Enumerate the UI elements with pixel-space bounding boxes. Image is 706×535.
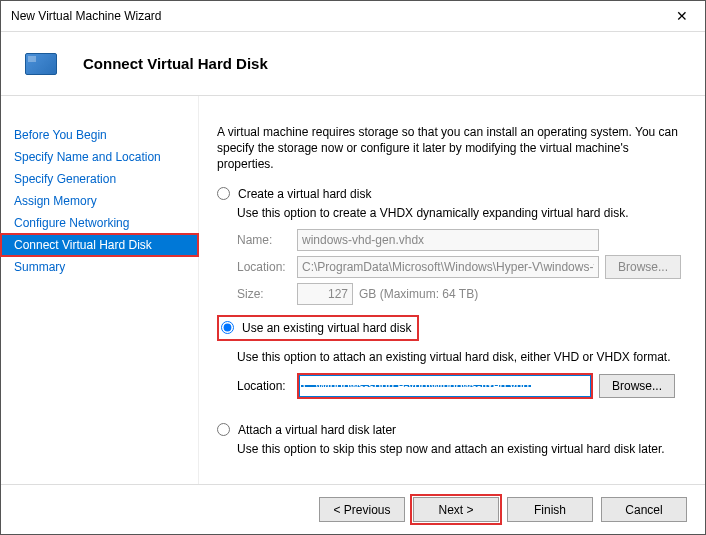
option-later-desc: Use this option to skip this step now an…	[237, 441, 683, 457]
titlebar: New Virtual Machine Wizard ✕	[1, 1, 705, 32]
sidebar-item-specify-name[interactable]: Specify Name and Location	[1, 146, 198, 168]
name-label: Name:	[237, 233, 297, 247]
finish-button[interactable]: Finish	[507, 497, 593, 522]
sidebar-item-assign-memory[interactable]: Assign Memory	[1, 190, 198, 212]
wizard-window: New Virtual Machine Wizard ✕ Connect Vir…	[0, 0, 706, 535]
create-vhd-form: Name: Location: Browse... Size: GB (Maxi…	[237, 229, 683, 305]
sidebar-item-before-you-begin[interactable]: Before You Begin	[1, 124, 198, 146]
existing-vhd-form: Location: C:\windows-source-vhd\windows-…	[237, 373, 683, 399]
previous-button[interactable]: < Previous	[319, 497, 405, 522]
sidebar: Before You Begin Specify Name and Locati…	[1, 96, 199, 484]
intro-text: A virtual machine requires storage so th…	[217, 124, 683, 173]
sidebar-item-connect-vhd[interactable]: Connect Virtual Hard Disk	[1, 234, 198, 256]
radio-create-vhd-label: Create a virtual hard disk	[238, 187, 371, 201]
location-label-1: Location:	[237, 260, 297, 274]
main-content: A virtual machine requires storage so th…	[199, 96, 705, 484]
option-create-row: Create a virtual hard disk	[217, 187, 683, 201]
sidebar-item-configure-networking[interactable]: Configure Networking	[1, 212, 198, 234]
option-existing-desc: Use this option to attach an existing vi…	[237, 349, 683, 365]
location-input-2[interactable]: C:\windows-source-vhd\windows-fixed.vhd	[299, 375, 591, 397]
cancel-button[interactable]: Cancel	[601, 497, 687, 522]
close-button[interactable]: ✕	[659, 1, 705, 31]
highlight-location-input: C:\windows-source-vhd\windows-fixed.vhd	[297, 373, 593, 399]
size-label: Size:	[237, 287, 297, 301]
size-suffix: GB (Maximum: 64 TB)	[359, 287, 478, 301]
body: Before You Begin Specify Name and Locati…	[1, 96, 705, 484]
location-input-2-value: C:\windows-source-vhd\windows-fixed.vhd	[301, 385, 531, 387]
browse-button-1: Browse...	[605, 255, 681, 279]
next-button[interactable]: Next >	[413, 497, 499, 522]
sidebar-item-specify-generation[interactable]: Specify Generation	[1, 168, 198, 190]
vm-icon	[25, 53, 57, 75]
option-later-row: Attach a virtual hard disk later	[217, 423, 683, 437]
window-title: New Virtual Machine Wizard	[11, 9, 162, 23]
browse-button-2[interactable]: Browse...	[599, 374, 675, 398]
location-input-1	[297, 256, 599, 278]
name-input	[297, 229, 599, 251]
radio-use-existing-label: Use an existing virtual hard disk	[242, 321, 411, 335]
radio-create-vhd[interactable]	[217, 187, 230, 200]
page-header: Connect Virtual Hard Disk	[1, 32, 705, 96]
footer: < Previous Next > Finish Cancel	[1, 484, 705, 534]
location-label-2: Location:	[237, 379, 297, 393]
option-create-desc: Use this option to create a VHDX dynamic…	[237, 205, 683, 221]
highlight-use-existing: Use an existing virtual hard disk	[217, 315, 419, 341]
page-title: Connect Virtual Hard Disk	[83, 55, 268, 72]
radio-use-existing[interactable]	[221, 321, 234, 334]
sidebar-item-summary[interactable]: Summary	[1, 256, 198, 278]
size-input	[297, 283, 353, 305]
radio-attach-later[interactable]	[217, 423, 230, 436]
radio-attach-later-label: Attach a virtual hard disk later	[238, 423, 396, 437]
